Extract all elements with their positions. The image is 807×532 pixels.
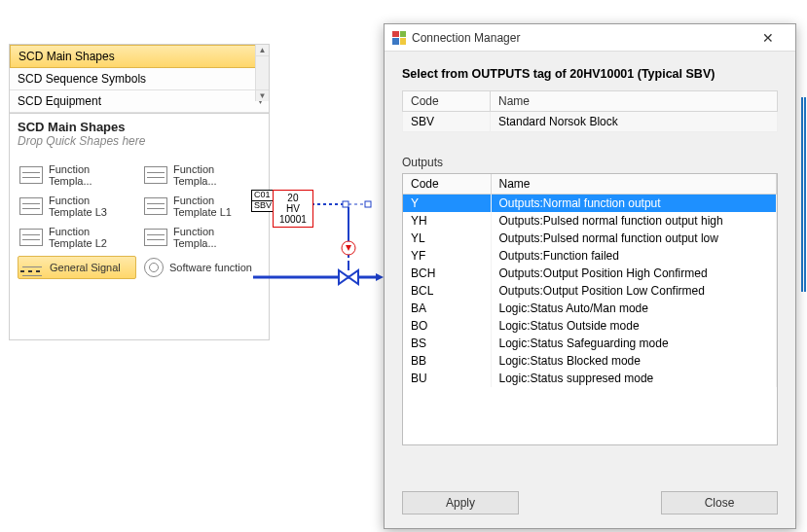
shape-icon [144,229,167,246]
cell-code: SBV [403,112,491,132]
shape-label: Function Templa... [173,163,259,187]
shape-label: Function Templa... [49,163,134,187]
cell-code: YF [403,247,491,265]
cell-code: YH [403,212,491,230]
accordion-item-label: SCD Equipment [18,94,101,108]
shape-item[interactable]: Function Template L1 [142,193,261,220]
cell-code: BB [403,352,491,370]
cell-code: BCH [403,265,491,282]
cell-code: BS [403,335,491,352]
close-icon[interactable]: ✕ [749,30,788,46]
outputs-label: Outputs [402,156,778,169]
shape-item[interactable]: Function Templa... [18,161,136,189]
svg-rect-2 [343,201,348,207]
shape-icon [144,258,164,277]
accordion-item-equipment[interactable]: SCD Equipment ▾ [10,90,269,113]
cell-code: BA [403,300,491,317]
cell-name: Logic:Status Blocked mode [491,352,777,370]
titlebar[interactable]: Connection Manager ✕ [385,24,795,52]
right-edge-decoration [801,97,806,292]
shape-icon [144,197,167,215]
shape-item[interactable]: Function Templa... [142,161,261,189]
table-row[interactable]: BBLogic:Status Blocked mode [403,352,777,370]
accordion-item-label: SCD Main Shapes [18,50,115,63]
cell-code: BU [403,370,491,387]
tag-block[interactable]: 20 HV 10001 [273,190,313,228]
cell-name: Logic:Status Safeguarding mode [491,335,777,352]
svg-marker-9 [376,273,384,281]
dialog-title: Connection Manager [412,31,743,45]
shape-label: Function Template L3 [49,195,134,218]
cell-name: Logic:Status Outside mode [491,317,777,335]
shape-icon [19,166,43,184]
cell-name: Outputs:Pulsed normal function output lo… [491,230,777,247]
shape-item[interactable]: General Signal [18,256,136,279]
cell-code: Y [403,195,491,213]
shape-item[interactable]: Function Template L3 [18,193,136,220]
accordion-item-label: SCD Sequence Symbols [18,72,146,86]
outputs-header-code[interactable]: Code [403,174,491,195]
shape-icon [144,166,167,184]
table-row[interactable]: BCLOutputs:Output Position Low Confirmed [403,282,777,300]
tag-side-sbv: SBV [251,200,275,212]
source-header-name[interactable]: Name [491,91,778,112]
cell-name: Outputs:Output Position Low Confirmed [491,282,777,300]
shapes-panel: SCD Main Shapes SCD Sequence Symbols SCD… [9,44,270,340]
shape-item[interactable]: Function Templa... [142,224,261,251]
shape-label: Software function [169,262,252,273]
cell-name: Logic:Status Auto/Man mode [491,300,777,317]
table-row[interactable]: BOLogic:Status Outside mode [403,317,777,335]
source-table[interactable]: Code Name SBVStandard Norsok Block [402,90,778,132]
cell-code: BCL [403,282,491,300]
shape-label: General Signal [50,262,121,273]
cell-name: Outputs:Output Position High Confirmed [491,265,777,282]
svg-rect-3 [365,201,371,207]
dialog-heading: Select from OUTPUTS tag of 20HV10001 (Ty… [402,67,778,81]
table-row[interactable]: YLOutputs:Pulsed normal function output … [403,230,777,247]
source-header-code[interactable]: Code [403,91,491,112]
tag-line3: 10001 [279,214,307,225]
scroll-up-icon[interactable]: ▲ [256,45,269,56]
cell-code: YL [403,230,491,247]
cell-name: Outputs:Function failed [491,247,777,265]
table-row[interactable]: YOutputs:Normal function output [403,195,777,213]
tag-line2: HV [279,203,307,214]
outputs-table[interactable]: Code Name YOutputs:Normal function outpu… [403,174,777,387]
cell-name: Logic:Status suppresed mode [491,370,777,387]
table-row[interactable]: BULogic:Status suppresed mode [403,370,777,387]
connection-manager-dialog: Connection Manager ✕ Select from OUTPUTS… [384,23,796,529]
tag-line1: 20 [279,193,307,203]
shape-grid: Function Templa...Function Templa...Func… [10,156,269,285]
shape-label: Function Template L2 [49,226,134,249]
cell-name: Outputs:Pulsed normal function output hi… [491,212,777,230]
apply-button[interactable]: Apply [402,491,519,514]
cell-name: Standard Norsok Block [491,112,778,132]
shape-label: Function Template L1 [173,195,259,218]
table-row[interactable]: BCHOutputs:Output Position High Confirme… [403,265,777,282]
accordion-item-main-shapes[interactable]: SCD Main Shapes [10,45,269,68]
shape-icon [20,270,44,272]
shape-item[interactable]: Function Template L2 [18,224,136,251]
outputs-table-wrap: Code Name YOutputs:Normal function outpu… [402,173,778,445]
table-row[interactable]: YFOutputs:Function failed [403,247,777,265]
table-row[interactable]: YHOutputs:Pulsed normal function output … [403,212,777,230]
shape-label: Function Templa... [173,226,259,249]
shape-item[interactable]: Software function [142,256,261,279]
scroll-down-icon[interactable]: ▼ [256,89,269,101]
close-button[interactable]: Close [661,491,778,514]
outputs-header-name[interactable]: Name [491,174,777,195]
table-row[interactable]: BALogic:Status Auto/Man mode [403,300,777,317]
section-title: SCD Main Shapes [10,114,269,134]
section-subtitle: Drop Quick Shapes here [10,134,269,156]
table-row[interactable]: BSLogic:Status Safeguarding mode [403,335,777,352]
shape-icon [19,197,43,215]
accordion: SCD Main Shapes SCD Sequence Symbols SCD… [10,45,269,114]
shape-icon [19,229,43,246]
cell-name: Outputs:Normal function output [491,195,777,213]
accordion-item-sequence-symbols[interactable]: SCD Sequence Symbols [10,68,269,90]
cell-code: BO [403,317,491,335]
table-row[interactable]: SBVStandard Norsok Block [403,112,778,132]
accordion-scrollbar[interactable]: ▲ ▼ [255,45,269,101]
app-icon [392,31,406,45]
tag-side-labels: C01 SBV [251,190,275,211]
